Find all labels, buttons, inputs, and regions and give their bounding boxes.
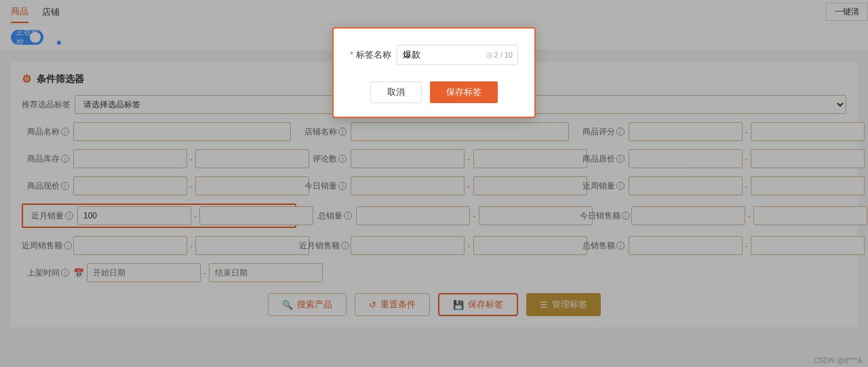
dialog-input-wrap: ⊗ 2 / 10 [397, 45, 518, 65]
dialog-label: * 标签名称 [350, 49, 391, 61]
dialog-actions: 取消 保存标签 [350, 81, 518, 103]
dialog-confirm-button[interactable]: 保存标签 [430, 81, 498, 103]
dialog-cancel-button[interactable]: 取消 [370, 81, 422, 103]
save-tag-dialog: * 标签名称 ⊗ 2 / 10 取消 保存标签 [332, 27, 536, 118]
dialog-field: * 标签名称 ⊗ 2 / 10 [350, 45, 518, 65]
required-mark: * [350, 50, 353, 60]
dialog-field-label: 标签名称 [356, 50, 391, 60]
clear-icon[interactable]: ⊗ [486, 50, 494, 60]
dialog-overlay: * 标签名称 ⊗ 2 / 10 取消 保存标签 [0, 0, 868, 367]
char-counter: 2 / 10 [494, 51, 513, 59]
